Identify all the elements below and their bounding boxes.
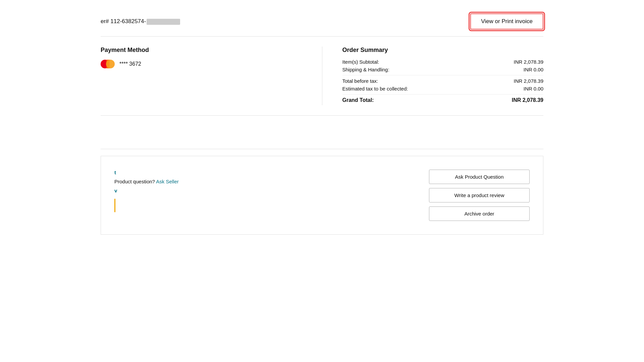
order-summary-title: Order Summary (342, 47, 544, 54)
before-tax-value: INR 2,078.39 (514, 78, 543, 84)
summary-divider-1 (342, 75, 544, 75)
write-review-button[interactable]: Write a product review (429, 188, 530, 202)
tax-label: Estimated tax to be collected: (342, 86, 408, 92)
tax-value: INR 0.00 (524, 86, 543, 92)
order-number-redacted (147, 19, 180, 25)
product-question: Product question? Ask Seller (114, 179, 179, 184)
mc-right-circle (106, 60, 115, 68)
payment-method-title: Payment Method (101, 47, 302, 54)
shipping-value: INR 0.00 (524, 67, 543, 72)
order-number-prefix: er# 112-6382574- (101, 18, 146, 24)
yellow-bar (114, 199, 115, 212)
product-question-text: Product question? (114, 179, 155, 184)
empty-section (101, 116, 543, 149)
link-t[interactable]: t (114, 170, 179, 175)
payment-summary-section: Payment Method **** 3672 Order Summary I… (101, 37, 543, 116)
archive-order-button[interactable]: Archive order (429, 206, 530, 221)
summary-row-tax: Estimated tax to be collected: INR 0.00 (342, 86, 544, 92)
grand-total-label: Grand Total: (342, 97, 374, 103)
card-row: **** 3672 (101, 59, 302, 69)
view-print-invoice-button[interactable]: View or Print invoice (470, 13, 543, 29)
before-tax-label: Total before tax: (342, 78, 378, 84)
summary-row-grand-total: Grand Total: INR 2,078.39 (342, 97, 544, 103)
summary-divider-2 (342, 94, 544, 95)
summary-row-before-tax: Total before tax: INR 2,078.39 (342, 78, 544, 84)
order-number: er# 112-6382574- (101, 18, 180, 25)
order-summary-col: Order Summary Item(s) Subtotal: INR 2,07… (322, 47, 544, 105)
grand-total-value: INR 2,078.39 (512, 97, 543, 103)
page-container: er# 112-6382574- View or Print invoice P… (0, 0, 644, 362)
card-number: **** 3672 (119, 61, 141, 67)
ask-product-question-button[interactable]: Ask Product Question (429, 170, 530, 184)
mastercard-icon (101, 59, 115, 69)
shipping-label: Shipping & Handling: (342, 67, 389, 72)
subtotal-label: Item(s) Subtotal: (342, 59, 379, 65)
bottom-right: Ask Product Question Write a product rev… (416, 166, 543, 224)
summary-row-subtotal: Item(s) Subtotal: INR 2,078.39 (342, 59, 544, 65)
link-v: v (114, 188, 179, 193)
summary-row-shipping: Shipping & Handling: INR 0.00 (342, 67, 544, 72)
top-row: er# 112-6382574- View or Print invoice (101, 13, 543, 36)
subtotal-value: INR 2,078.39 (514, 59, 543, 65)
payment-method-col: Payment Method **** 3672 (101, 47, 322, 105)
bottom-section: t Product question? Ask Seller v Ask Pro… (101, 156, 543, 235)
bottom-left: t Product question? Ask Seller v (101, 166, 192, 224)
ask-seller-link[interactable]: Ask Seller (156, 179, 179, 184)
